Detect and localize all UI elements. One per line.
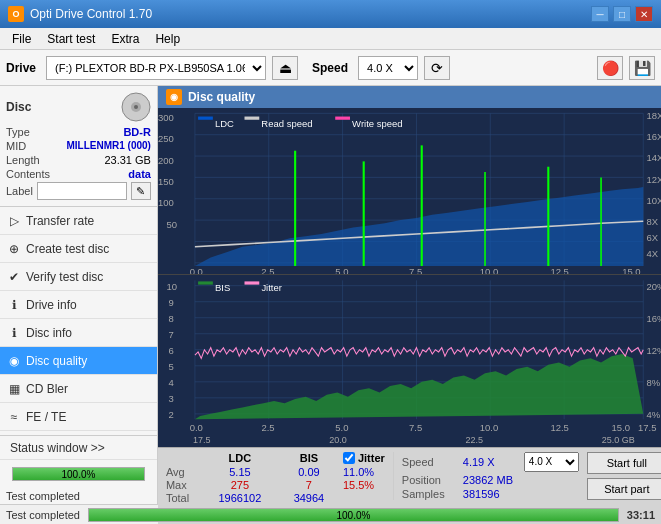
nav-extra-tests[interactable]: ⊞ Extra tests [0,431,157,435]
svg-text:10: 10 [166,280,177,291]
nav-verify-test-disc[interactable]: ✔ Verify test disc [0,263,157,291]
menu-start-test[interactable]: Start test [39,30,103,48]
svg-text:14X: 14X [646,152,661,163]
minimize-button[interactable]: ─ [591,6,609,22]
menu-file[interactable]: File [4,30,39,48]
menu-help[interactable]: Help [147,30,188,48]
svg-text:8%: 8% [646,377,660,388]
speed-select[interactable]: 4.0 X [358,56,418,80]
svg-text:150: 150 [158,176,174,187]
statusbar-time: 33:11 [627,509,655,521]
nav-create-test-disc[interactable]: ⊕ Create test disc [0,235,157,263]
svg-text:Read speed: Read speed [261,118,312,129]
nav-transfer-rate[interactable]: ▷ Transfer rate [0,207,157,235]
speed-value: 4.19 X [463,456,518,468]
total-ldc: 1966102 [205,492,275,504]
nav-items: ▷ Transfer rate ⊕ Create test disc ✔ Ver… [0,207,157,435]
type-label: Type [6,126,30,138]
sidebar-status-text: Test completed [0,488,157,504]
sidebar: Disc Type BD-R MID MILLENMR1 (000) Lengt… [0,86,158,504]
position-value: 23862 MB [463,474,513,486]
svg-rect-29 [335,117,350,120]
length-label: Length [6,154,40,166]
transfer-rate-icon: ▷ [6,213,22,229]
refresh-button[interactable]: ⟳ [424,56,450,80]
svg-text:12X: 12X [646,174,661,185]
create-test-disc-icon: ⊕ [6,241,22,257]
toolbar-btn2[interactable]: 💾 [629,56,655,80]
dq-header: ◉ Disc quality [158,86,661,108]
toolbar-btn1[interactable]: 🔴 [597,56,623,80]
label-input[interactable] [37,182,127,200]
svg-text:BIS: BIS [215,281,230,292]
svg-text:15.0: 15.0 [622,266,640,274]
nav-cd-bler-label: CD Bler [26,382,68,396]
bottom-chart: BIS Jitter 10 9 8 7 6 5 4 3 2 [158,275,661,435]
nav-drive-info[interactable]: ℹ Drive info [0,291,157,319]
sidebar-progress-text: 100.0% [13,468,144,482]
svg-text:2.5: 2.5 [261,266,274,274]
nav-disc-info[interactable]: ℹ Disc info [0,319,157,347]
position-label: Position [402,474,457,486]
action-buttons: Start full Start part [587,452,661,500]
bottom-chart-svg: BIS Jitter 10 9 8 7 6 5 4 3 2 [158,275,661,435]
nav-fe-te-label: FE / TE [26,410,66,424]
svg-text:0.0: 0.0 [190,266,203,274]
svg-text:Write speed: Write speed [352,118,402,129]
svg-text:LDC: LDC [215,118,234,129]
nav-disc-quality[interactable]: ◉ Disc quality [0,347,157,375]
svg-text:16%: 16% [646,312,661,323]
svg-rect-25 [198,117,213,120]
toolbar: Drive (F:) PLEXTOR BD-R PX-LB950SA 1.06 … [0,50,661,86]
svg-text:20%: 20% [646,280,661,291]
avg-ldc: 5.15 [205,466,275,478]
svg-text:4: 4 [168,377,174,388]
svg-text:7: 7 [168,328,173,339]
jitter-checkbox[interactable] [343,452,355,464]
svg-text:12.5: 12.5 [550,421,568,432]
dq-header-icon: ◉ [166,89,182,105]
svg-text:3: 3 [168,393,173,404]
mid-label: MID [6,140,26,152]
svg-text:7.5: 7.5 [409,421,422,432]
nav-cd-bler[interactable]: ▦ CD Bler [0,375,157,403]
start-part-button[interactable]: Start part [587,478,661,500]
x-label-175: 17.5 [193,435,211,445]
x-label-250: 25.0 GB [602,435,635,445]
status-section: Status window >> 100.0% Test completed [0,435,157,504]
top-chart: LDC Read speed Write speed 300 250 200 1… [158,108,661,275]
samples-value: 381596 [463,488,500,500]
mid-value: MILLENMR1 (000) [66,140,150,152]
svg-text:4X: 4X [646,248,658,259]
start-full-button[interactable]: Start full [587,452,661,474]
drive-select[interactable]: (F:) PLEXTOR BD-R PX-LB950SA 1.06 [46,56,266,80]
titlebar-controls: ─ □ ✕ [591,6,653,22]
avg-bis: 0.09 [279,466,339,478]
close-button[interactable]: ✕ [635,6,653,22]
nav-drive-info-label: Drive info [26,298,77,312]
verify-test-disc-icon: ✔ [6,269,22,285]
svg-text:2: 2 [168,409,173,420]
contents-label: Contents [6,168,50,180]
maximize-button[interactable]: □ [613,6,631,22]
max-jitter: 15.5% [343,479,374,491]
content-area: ◉ Disc quality [158,86,661,504]
type-value: BD-R [123,126,151,138]
statusbar-pct: 100.0% [89,509,618,523]
svg-text:6X: 6X [646,232,658,243]
svg-text:5: 5 [168,361,173,372]
svg-text:200: 200 [158,154,174,165]
svg-text:7.5: 7.5 [409,266,422,274]
sidebar-progress-bar: 100.0% [12,467,145,481]
status-window-button[interactable]: Status window >> [0,436,157,460]
speed-dropdown[interactable]: 4.0 X [524,452,579,472]
speed-label: Speed [312,61,348,75]
svg-text:16X: 16X [646,131,661,142]
app-title: Opti Drive Control 1.70 [30,7,152,21]
label-edit-button[interactable]: ✎ [131,182,151,200]
x-label-200: 20.0 [329,435,347,445]
nav-fe-te[interactable]: ≈ FE / TE [0,403,157,431]
svg-text:10.0: 10.0 [480,421,498,432]
menu-extra[interactable]: Extra [103,30,147,48]
eject-button[interactable]: ⏏ [272,56,298,80]
